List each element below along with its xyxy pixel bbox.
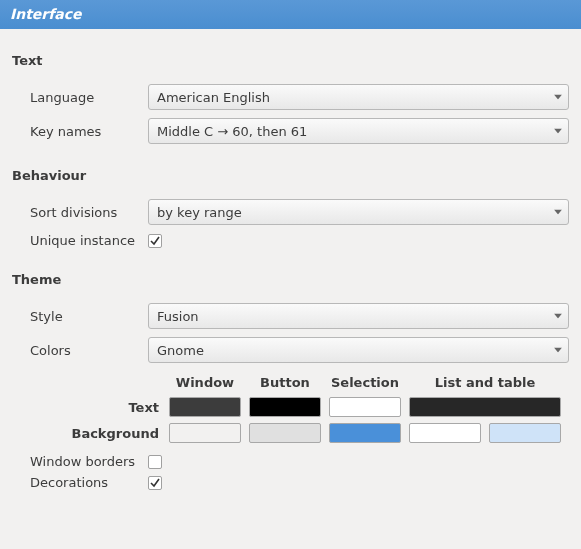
row-window-borders: Window borders xyxy=(12,454,569,469)
color-table: Window Button Selection List and table T… xyxy=(65,371,565,446)
col-selection: Selection xyxy=(325,371,405,394)
sort-divisions-label: Sort divisions xyxy=(30,205,148,220)
row-text-label: Text xyxy=(65,394,165,420)
language-dropdown[interactable]: American English xyxy=(148,84,569,110)
row-style: Style Fusion xyxy=(12,303,569,329)
section-text-heading: Text xyxy=(12,53,569,68)
row-text-colors: Text xyxy=(65,394,565,420)
section-text: Text Language American English Key names… xyxy=(12,53,569,144)
swatch-bg-button[interactable] xyxy=(249,423,321,443)
keynames-dropdown-value: Middle C → 60, then 61 xyxy=(157,124,307,139)
row-colors: Colors Gnome xyxy=(12,337,569,363)
sort-divisions-value: by key range xyxy=(157,205,242,220)
style-dropdown-value: Fusion xyxy=(157,309,199,324)
chevron-down-icon xyxy=(554,95,562,100)
row-background-colors: Background xyxy=(65,420,565,446)
colors-dropdown-value: Gnome xyxy=(157,343,204,358)
language-dropdown-value: American English xyxy=(157,90,270,105)
sort-divisions-dropdown[interactable]: by key range xyxy=(148,199,569,225)
swatch-bg-list[interactable] xyxy=(409,423,481,443)
style-dropdown[interactable]: Fusion xyxy=(148,303,569,329)
row-sort-divisions: Sort divisions by key range xyxy=(12,199,569,225)
keynames-dropdown[interactable]: Middle C → 60, then 61 xyxy=(148,118,569,144)
swatch-bg-selection[interactable] xyxy=(329,423,401,443)
col-window: Window xyxy=(165,371,245,394)
window-borders-checkbox[interactable] xyxy=(148,455,162,469)
swatch-bg-window[interactable] xyxy=(169,423,241,443)
section-theme-heading: Theme xyxy=(12,272,569,287)
chevron-down-icon xyxy=(554,348,562,353)
unique-instance-checkbox[interactable] xyxy=(148,234,162,248)
section-theme: Theme Style Fusion Colors Gnome xyxy=(12,272,569,490)
keynames-label: Key names xyxy=(30,124,148,139)
window-borders-label: Window borders xyxy=(30,454,148,469)
row-decorations: Decorations xyxy=(12,475,569,490)
colors-label: Colors xyxy=(30,343,148,358)
swatch-text-window[interactable] xyxy=(169,397,241,417)
language-label: Language xyxy=(30,90,148,105)
row-keynames: Key names Middle C → 60, then 61 xyxy=(12,118,569,144)
chevron-down-icon xyxy=(554,210,562,215)
swatch-text-selection[interactable] xyxy=(329,397,401,417)
color-table-container: Window Button Selection List and table T… xyxy=(12,371,569,446)
col-list: List and table xyxy=(405,371,565,394)
chevron-down-icon xyxy=(554,129,562,134)
unique-instance-label: Unique instance xyxy=(30,233,148,248)
swatch-text-list[interactable] xyxy=(409,397,561,417)
section-behaviour-heading: Behaviour xyxy=(12,168,569,183)
row-unique-instance: Unique instance xyxy=(12,233,569,248)
colors-dropdown[interactable]: Gnome xyxy=(148,337,569,363)
col-button: Button xyxy=(245,371,325,394)
swatch-bg-list-alt[interactable] xyxy=(489,423,561,443)
decorations-checkbox[interactable] xyxy=(148,476,162,490)
swatch-text-button[interactable] xyxy=(249,397,321,417)
row-background-label: Background xyxy=(65,420,165,446)
chevron-down-icon xyxy=(554,314,562,319)
style-label: Style xyxy=(30,309,148,324)
row-language: Language American English xyxy=(12,84,569,110)
window-title: Interface xyxy=(0,0,581,29)
section-behaviour: Behaviour Sort divisions by key range Un… xyxy=(12,168,569,248)
content-panel: Text Language American English Key names… xyxy=(0,29,581,508)
decorations-label: Decorations xyxy=(30,475,148,490)
